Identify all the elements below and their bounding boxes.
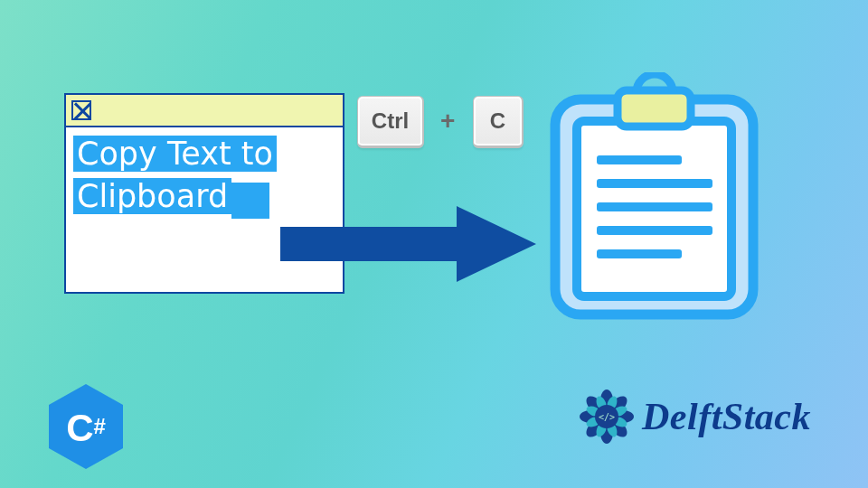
arrow-icon xyxy=(280,203,538,285)
svg-rect-6 xyxy=(597,226,712,235)
highlighted-text-line-1: Copy Text to xyxy=(73,136,277,172)
key-c-label: C xyxy=(490,108,505,134)
brand-logo: </> DelftStack xyxy=(577,387,811,446)
brand-mark-icon: </> xyxy=(577,387,637,446)
brand-name: DelftStack xyxy=(642,395,811,438)
svg-rect-4 xyxy=(597,179,712,188)
svg-marker-0 xyxy=(280,206,536,282)
csharp-badge: C# xyxy=(47,382,125,471)
svg-rect-3 xyxy=(597,155,682,164)
svg-rect-5 xyxy=(597,202,712,211)
key-ctrl: Ctrl xyxy=(357,96,424,148)
svg-rect-8 xyxy=(618,90,691,127)
key-c: C xyxy=(473,96,524,148)
svg-rect-7 xyxy=(597,249,682,258)
plus-icon: + xyxy=(440,107,455,136)
close-icon[interactable] xyxy=(71,100,91,120)
clipboard-icon xyxy=(542,72,766,324)
highlighted-text-line-2: Clipboard xyxy=(73,178,231,214)
window-titlebar xyxy=(66,95,343,127)
svg-text:</>: </> xyxy=(599,412,615,422)
selection-trailing xyxy=(231,183,269,219)
key-ctrl-label: Ctrl xyxy=(372,108,409,134)
